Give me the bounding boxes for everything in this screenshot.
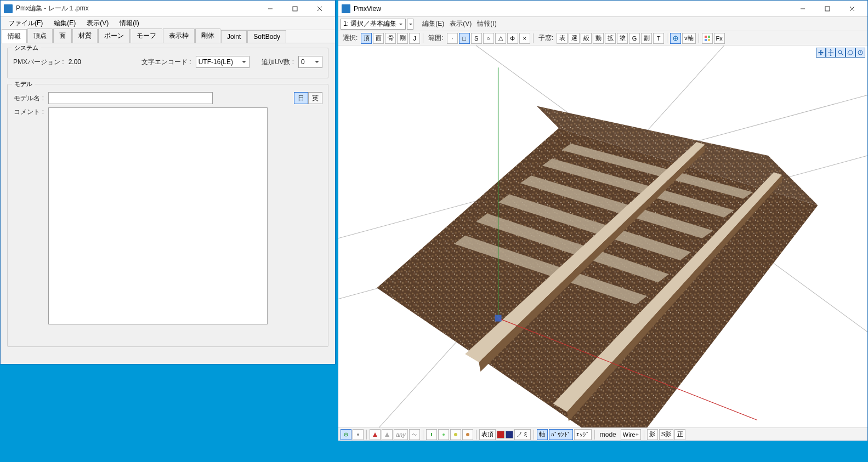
grid-button[interactable]	[702, 33, 713, 44]
child-nuri-button[interactable]: 塗	[617, 33, 628, 44]
status-orange-icon[interactable]	[462, 429, 473, 440]
separator	[667, 33, 667, 43]
tab-display[interactable]: 表示枠	[163, 28, 195, 43]
status-bound-button[interactable]: ﾊﾞｳﾝﾄﾞ	[549, 429, 573, 440]
tab-vertex[interactable]: 頂点	[27, 28, 53, 43]
minimize-button[interactable]	[258, 1, 282, 16]
range-tri-button[interactable]: △	[495, 33, 506, 44]
range-x-button[interactable]: ×	[519, 33, 530, 44]
status-yellow-icon[interactable]	[450, 429, 461, 440]
status-wave-icon[interactable]	[409, 429, 420, 440]
range-dot-button[interactable]: ·	[447, 33, 458, 44]
tab-bone[interactable]: ボーン	[98, 28, 130, 43]
status-edge-button[interactable]: ｴｯｼﾞ	[574, 429, 592, 440]
status-any-icon[interactable]: any	[394, 429, 408, 440]
range-s-button[interactable]: S	[471, 33, 482, 44]
gizmo-rotate-icon[interactable]	[846, 48, 855, 58]
gizmo-panel	[816, 48, 865, 58]
v-axis-button[interactable]: v軸	[682, 33, 696, 44]
pmx-version-label: PMXバージョン :	[13, 58, 64, 67]
child-g-button[interactable]: G	[629, 33, 640, 44]
viewer-title: PmxView	[354, 5, 790, 13]
range-phi-button[interactable]: Φ	[507, 33, 518, 44]
tab-rigid[interactable]: 剛体	[195, 28, 220, 43]
close-button[interactable]	[839, 1, 864, 16]
range-circle-button[interactable]: ○	[483, 33, 494, 44]
tab-joint[interactable]: Joint	[221, 30, 247, 43]
status-wire-button[interactable]: Wire+	[621, 429, 641, 440]
status-axis-button[interactable]: 軸	[537, 429, 548, 440]
fx-button[interactable]: Fx	[714, 33, 725, 44]
menu-info[interactable]: 情報(I)	[114, 17, 144, 30]
tab-softbody[interactable]: SoftBody	[247, 30, 286, 43]
child-hyou-button[interactable]: 表	[557, 33, 568, 44]
tab-info[interactable]: 情報	[2, 29, 27, 43]
model-name-input[interactable]	[48, 92, 213, 104]
tab-face[interactable]: 面	[53, 28, 72, 43]
menu-view[interactable]: 表示(V)	[81, 17, 114, 30]
mode-dropdown-caret[interactable]	[407, 19, 413, 30]
sel-rigid-button[interactable]: 剛	[397, 33, 408, 44]
status-nomi-button[interactable]: ノミ	[514, 429, 531, 440]
svg-rect-11	[705, 36, 707, 38]
maximize-button[interactable]	[815, 1, 839, 16]
gizmo-move-icon[interactable]	[816, 48, 826, 58]
viewport-3d[interactable]	[338, 45, 867, 427]
tab-morph[interactable]: モーフ	[131, 28, 162, 43]
menu-view[interactable]: 表示(V)	[447, 19, 474, 28]
viewer-titlebar[interactable]: PmxView	[338, 1, 867, 17]
model-legend: モデル	[12, 80, 35, 88]
lang-jp-button[interactable]: 日	[294, 92, 308, 104]
child-t-button[interactable]: T	[653, 33, 664, 44]
editor-titlebar[interactable]: Pmx編集 - レール１.pmx	[1, 1, 335, 17]
menu-file[interactable]: ファイル(F)	[3, 17, 48, 30]
gizmo-zoom-icon[interactable]	[836, 48, 846, 58]
sel-face-button[interactable]: 面	[373, 33, 384, 44]
status-green1-icon[interactable]	[426, 429, 437, 440]
menu-info[interactable]: 情報(I)	[475, 19, 498, 28]
status-green2-icon[interactable]	[438, 429, 449, 440]
sel-vertex-button[interactable]: 頂	[361, 33, 372, 44]
axis-icon-button[interactable]	[670, 33, 681, 44]
range-rect-button[interactable]: □	[459, 33, 470, 44]
comment-textarea[interactable]	[48, 107, 268, 324]
status-red-swatch[interactable]	[497, 431, 504, 438]
lang-en-button[interactable]: 英	[308, 92, 322, 104]
status-shadow-button[interactable]: 影	[647, 429, 658, 440]
status-target-icon[interactable]	[341, 429, 351, 440]
encode-select[interactable]: UTF-16(LE)	[196, 56, 249, 68]
menu-edit[interactable]: 編集(E)	[48, 17, 81, 30]
status-gray-tri-icon[interactable]	[382, 429, 393, 440]
sel-joint-button[interactable]: J	[409, 33, 420, 44]
viewer-toolbar-2: 選択: 頂 面 骨 剛 J 範囲: · □ S ○ △ Φ × 子窓: 表 選 …	[338, 31, 867, 45]
child-kaku-button[interactable]: 拡	[605, 33, 616, 44]
system-legend: システム	[12, 44, 41, 52]
mode-dropdown[interactable]: 1: 選択／基本編集	[341, 19, 406, 30]
child-dou-button[interactable]: 動	[593, 33, 604, 44]
status-dot-icon[interactable]	[353, 429, 364, 440]
status-ortho-button[interactable]: 正	[674, 429, 685, 440]
uv-select[interactable]: 0	[298, 56, 322, 68]
maximize-button[interactable]	[282, 1, 307, 16]
select-label: 選択:	[341, 33, 360, 43]
svg-rect-1	[293, 7, 297, 11]
status-red-tri-icon[interactable]	[370, 429, 381, 440]
status-hyouchou-button[interactable]: 表頂	[479, 429, 496, 440]
separator	[423, 33, 423, 43]
mode-dropdown-label: 1: 選択／基本編集	[343, 19, 396, 28]
gizmo-reset-icon[interactable]	[855, 48, 865, 58]
menu-edit[interactable]: 編集(E)	[420, 19, 446, 28]
tab-material[interactable]: 材質	[72, 28, 98, 43]
status-blue-swatch[interactable]	[506, 431, 513, 438]
sel-bone-button[interactable]: 骨	[385, 33, 396, 44]
close-button[interactable]	[307, 1, 332, 16]
svg-point-54	[466, 433, 469, 436]
separator	[476, 430, 476, 440]
gizmo-pan-icon[interactable]	[826, 48, 836, 58]
child-fuku-button[interactable]: 副	[641, 33, 652, 44]
child-sen-button[interactable]: 選	[569, 33, 580, 44]
minimize-button[interactable]	[790, 1, 815, 16]
child-shibo-button[interactable]: 絞	[581, 33, 592, 44]
status-sshadow-button[interactable]: S影	[659, 429, 673, 440]
model-name-label: モデル名 :	[13, 94, 44, 103]
